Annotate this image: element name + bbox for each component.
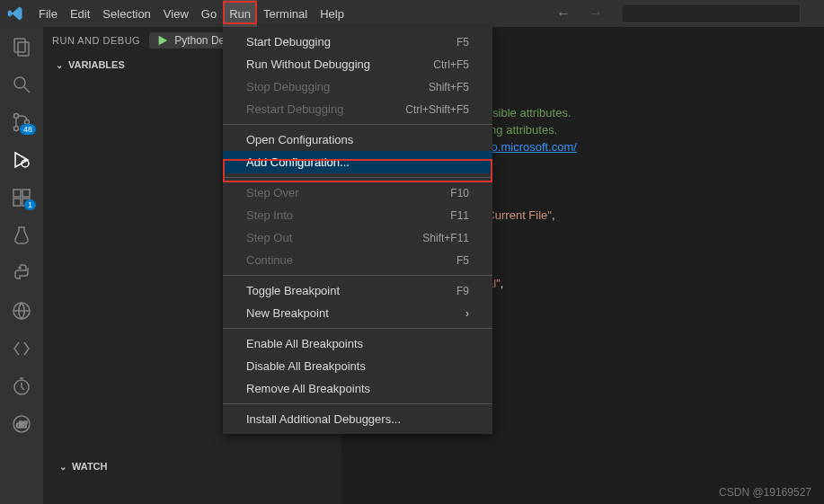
nav-forward-icon[interactable]: →	[589, 5, 603, 22]
menu-separator	[223, 403, 492, 404]
menu-item-toggle-breakpoint[interactable]: Toggle BreakpointF9	[223, 279, 492, 302]
menu-item-step-out: Step OutShift+F11	[223, 226, 492, 249]
scm-badge: 48	[20, 124, 36, 135]
menu-item-run-without-debugging[interactable]: Run Without DebuggingCtrl+F5	[223, 53, 492, 75]
menu-item-open-configurations[interactable]: Open Configurations	[223, 128, 492, 151]
activity-bar: 48 1 diff	[0, 27, 43, 504]
menu-selection[interactable]: Selection	[96, 0, 156, 27]
run-debug-icon[interactable]	[11, 149, 32, 171]
svg-point-12	[19, 267, 21, 269]
svg-rect-10	[13, 199, 21, 206]
watch-section-header[interactable]: ⌄ WATCH	[47, 455, 120, 477]
menu-file[interactable]: File	[32, 0, 64, 27]
menu-help[interactable]: Help	[314, 0, 350, 27]
nav-history: ← →	[556, 4, 824, 23]
svg-point-2	[14, 77, 25, 88]
svg-rect-0	[14, 39, 25, 52]
menu-run[interactable]: Run	[223, 0, 257, 27]
chevron-down-icon: ⌄	[56, 60, 63, 70]
menu-item-new-breakpoint[interactable]: New Breakpoint›	[223, 302, 492, 324]
svg-rect-8	[13, 190, 21, 197]
python-icon[interactable]	[11, 262, 32, 284]
run-menu-dropdown: Start DebuggingF5Run Without DebuggingCt…	[223, 27, 492, 434]
menu-item-remove-all-breakpoints[interactable]: Remove All Breakpoints	[223, 377, 492, 400]
svg-text:diff: diff	[16, 420, 27, 429]
menu-item-continue: ContinueF5	[223, 249, 492, 271]
menu-separator	[223, 177, 492, 178]
database-icon[interactable]	[11, 338, 32, 359]
explorer-icon[interactable]	[11, 36, 32, 57]
menu-go[interactable]: Go	[195, 0, 223, 27]
menu-item-start-debugging[interactable]: Start DebuggingF5	[223, 31, 492, 53]
command-center-input[interactable]	[621, 4, 801, 23]
ext-badge: 1	[24, 199, 36, 210]
menu-item-step-over: Step OverF10	[223, 181, 492, 204]
menu-terminal[interactable]: Terminal	[257, 0, 314, 27]
menu-separator	[223, 124, 492, 125]
start-debug-button[interactable]: Python De	[149, 32, 232, 49]
menu-item-step-into: Step IntoF11	[223, 204, 492, 226]
menu-item-stop-debugging: Stop DebuggingShift+F5	[223, 75, 492, 98]
menu-item-restart-debugging: Restart DebuggingCtrl+Shift+F5	[223, 98, 492, 120]
remote-icon[interactable]	[11, 300, 32, 322]
search-icon[interactable]	[11, 74, 32, 95]
menu-item-disable-all-breakpoints[interactable]: Disable All Breakpoints	[223, 355, 492, 377]
diff-icon[interactable]: diff	[11, 413, 32, 435]
svg-line-3	[24, 87, 30, 93]
menu-item-add-configuration[interactable]: Add Configuration...	[223, 151, 492, 173]
watermark-text: CSDN @19169527	[719, 486, 811, 499]
svg-rect-9	[22, 190, 30, 197]
menu-separator	[223, 275, 492, 276]
menu-view[interactable]: View	[157, 0, 195, 27]
run-target-label: Python De	[174, 34, 225, 47]
menu-item-enable-all-breakpoints[interactable]: Enable All Breakpoints	[223, 332, 492, 355]
source-control-icon[interactable]: 48	[11, 111, 32, 133]
svg-point-4	[14, 114, 19, 119]
sidebar-title: RUN AND DEBUG	[52, 35, 140, 46]
vscode-logo-icon	[7, 5, 23, 22]
menu-item-install-additional-debuggers[interactable]: Install Additional Debuggers...	[223, 408, 492, 430]
testing-icon[interactable]	[11, 225, 32, 246]
menu-edit[interactable]: Edit	[64, 0, 96, 27]
nav-back-icon[interactable]: ←	[556, 5, 571, 22]
menu-bar: File Edit Selection View Go Run Terminal…	[0, 0, 824, 27]
chevron-down-icon: ⌄	[59, 462, 66, 472]
svg-rect-1	[18, 42, 29, 56]
svg-point-5	[14, 127, 19, 131]
menu-separator	[223, 328, 492, 329]
timer-icon[interactable]	[11, 376, 32, 397]
extensions-icon[interactable]: 1	[11, 187, 32, 208]
